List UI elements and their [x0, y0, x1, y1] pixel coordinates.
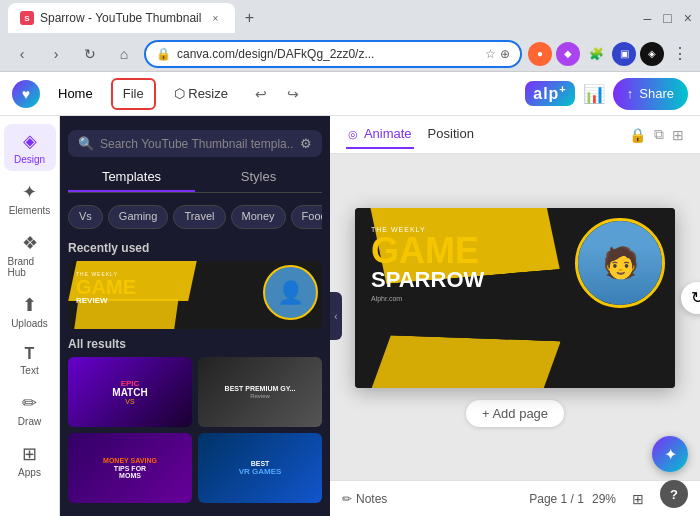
all-results-header: All results — [68, 337, 322, 351]
tab-templates[interactable]: Templates — [68, 163, 195, 192]
pill-food[interactable]: Food — [291, 205, 322, 229]
search-input[interactable] — [100, 137, 294, 151]
canvas-expand-icon[interactable]: ⊞ — [672, 127, 684, 143]
result-thumb-4[interactable]: BEST VR GAMES — [198, 433, 322, 503]
file-button[interactable]: File — [111, 78, 156, 110]
home-button[interactable]: Home — [48, 78, 103, 110]
notes-button[interactable]: ✏ Notes — [342, 492, 387, 506]
canvas-copy-icon[interactable]: ⧉ — [654, 126, 664, 143]
sidebar-icons: ◈ Design ✦ Elements ❖ Brand Hub ⬆ Upload… — [0, 116, 60, 516]
pill-money[interactable]: Money — [231, 205, 286, 229]
draw-icon: ✏ — [22, 392, 37, 414]
grid-view-button[interactable]: ⊞ — [624, 485, 652, 513]
share-button[interactable]: ↑ Share — [613, 78, 688, 110]
extension-icon[interactable]: ⊕ — [500, 47, 510, 61]
main-area: ◈ Design ✦ Elements ❖ Brand Hub ⬆ Upload… — [0, 116, 700, 516]
text-icon: T — [25, 345, 35, 363]
ext-icon-4[interactable]: ▣ — [612, 42, 636, 66]
tab-close-btn[interactable]: × — [207, 10, 223, 26]
position-tab[interactable]: Position — [426, 120, 476, 149]
ext-icon-1[interactable]: ● — [528, 42, 552, 66]
recently-used-thumb-1[interactable]: THE WEEKLY GAME REVIEW 👤 — [68, 261, 322, 329]
result-thumb-2[interactable]: BEST PREMIUM GY... Review — [198, 357, 322, 427]
address-bar-row: ‹ › ↻ ⌂ 🔒 canva.com/design/DAFkQg_2zz0/z… — [0, 36, 700, 72]
pill-gaming[interactable]: Gaming — [108, 205, 169, 229]
pill-vs[interactable]: Vs — [68, 205, 103, 229]
browser-menu[interactable]: ⋮ — [668, 42, 692, 66]
canva-brand-logo: alp+ — [525, 81, 575, 105]
sidebar-item-elements[interactable]: ✦ Elements — [4, 175, 56, 222]
address-action-icons: ☆ ⊕ — [485, 47, 510, 61]
sidebar-item-text[interactable]: T Text — [4, 339, 56, 382]
search-icon: 🔍 — [78, 136, 94, 151]
add-page-button[interactable]: + Add page — [466, 400, 564, 427]
address-text: canva.com/design/DAFkQg_2zz0/z... — [177, 47, 479, 61]
uploads-icon: ⬆ — [22, 294, 37, 316]
sparrow-text: SPARROW — [371, 269, 484, 291]
result-thumb-3[interactable]: MONEY SAVING TIPS FOR MOMS — [68, 433, 192, 503]
browser-titlebar: S Sparrow - YouTube Thumbnail × + – □ × — [0, 0, 700, 36]
canvas-workspace: THE WEEKLY GAME SPARROW Alphr.com 🧑 — [330, 154, 700, 480]
game-text: GAME — [371, 233, 484, 269]
recently-used-header: Recently used — [68, 241, 322, 255]
maximize-button[interactable]: □ — [663, 10, 671, 26]
result-thumb-1[interactable]: Epic Match VS — [68, 357, 192, 427]
design-canvas[interactable]: THE WEEKLY GAME SPARROW Alphr.com 🧑 — [355, 208, 675, 388]
category-pills: Vs Gaming Travel Money Food › — [68, 201, 322, 233]
help-button[interactable]: ? — [660, 480, 688, 508]
search-box[interactable]: 🔍 ⚙ — [68, 130, 322, 157]
bookmark-icon[interactable]: ☆ — [485, 47, 496, 61]
alphr-text: Alphr.com — [371, 295, 484, 302]
elements-icon: ✦ — [22, 181, 37, 203]
home-button[interactable]: ⌂ — [110, 40, 138, 68]
person-body: 🧑 — [578, 221, 662, 305]
canvas-area: ◎ Animate Position 🔒 ⧉ ⊞ — [330, 116, 700, 516]
ext-icon-5[interactable]: ◈ — [640, 42, 664, 66]
brush-stroke-2 — [369, 334, 560, 387]
search-settings-icon[interactable]: ⚙ — [300, 136, 312, 151]
tab-title: Sparrow - YouTube Thumbnail — [40, 11, 201, 25]
back-button[interactable]: ‹ — [8, 40, 36, 68]
notes-label: Notes — [356, 492, 387, 506]
sidebar-item-brandhub[interactable]: ❖ Brand Hub — [4, 226, 56, 284]
design-icon: ◈ — [23, 130, 37, 152]
reload-button[interactable]: ↻ — [76, 40, 104, 68]
minimize-button[interactable]: – — [644, 10, 652, 26]
all-results-row-2: MONEY SAVING TIPS FOR MOMS BEST VR GAMES — [68, 433, 322, 503]
analytics-icon[interactable]: 📊 — [583, 83, 605, 105]
canvas-text-content: THE WEEKLY GAME SPARROW Alphr.com — [371, 226, 484, 302]
new-tab-button[interactable]: + — [235, 4, 263, 32]
redo-button[interactable]: ↪ — [278, 79, 308, 109]
magic-button[interactable]: ✦ — [652, 436, 688, 472]
rotate-button[interactable]: ↻ — [681, 282, 700, 314]
status-bar: ✏ Notes Page 1 / 1 29% ⊞ ⤢ — [330, 480, 700, 516]
share-icon: ↑ — [627, 86, 634, 101]
canvas-lock-icon[interactable]: 🔒 — [629, 127, 646, 143]
zoom-indicator[interactable]: 29% — [592, 492, 616, 506]
sidebar-item-apps[interactable]: ⊞ Apps — [4, 437, 56, 484]
animate-tab[interactable]: ◎ Animate — [346, 120, 414, 149]
brandhub-icon: ❖ — [22, 232, 38, 254]
pill-travel[interactable]: Travel — [173, 205, 225, 229]
templates-panel: 🔍 ⚙ Templates Styles Vs Gaming Travel Mo… — [60, 116, 330, 516]
panel-collapse-handle[interactable]: ‹ — [330, 292, 342, 340]
undo-button[interactable]: ↩ — [246, 79, 276, 109]
ext-icon-3[interactable]: 🧩 — [584, 42, 608, 66]
sidebar-item-uploads[interactable]: ⬆ Uploads — [4, 288, 56, 335]
tab-styles[interactable]: Styles — [195, 163, 322, 192]
notes-icon: ✏ — [342, 492, 352, 506]
apps-icon: ⊞ — [22, 443, 37, 465]
ext-icon-2[interactable]: ◆ — [556, 42, 580, 66]
canva-logo: ♥ — [12, 80, 40, 108]
resize-button[interactable]: ⬡ Resize — [164, 78, 238, 110]
close-window-button[interactable]: × — [684, 10, 692, 26]
forward-button[interactable]: › — [42, 40, 70, 68]
canvas-topbar: ◎ Animate Position 🔒 ⧉ ⊞ — [330, 116, 700, 154]
sidebar-item-design[interactable]: ◈ Design — [4, 124, 56, 171]
active-tab[interactable]: S Sparrow - YouTube Thumbnail × — [8, 3, 235, 33]
canva-home-icon[interactable]: ♥ — [12, 80, 40, 108]
sidebar-item-draw[interactable]: ✏ Draw — [4, 386, 56, 433]
address-box[interactable]: 🔒 canva.com/design/DAFkQg_2zz0/z... ☆ ⊕ — [144, 40, 522, 68]
canvas-container: THE WEEKLY GAME SPARROW Alphr.com 🧑 — [355, 208, 675, 388]
person-emoji: 🧑 — [602, 245, 639, 280]
